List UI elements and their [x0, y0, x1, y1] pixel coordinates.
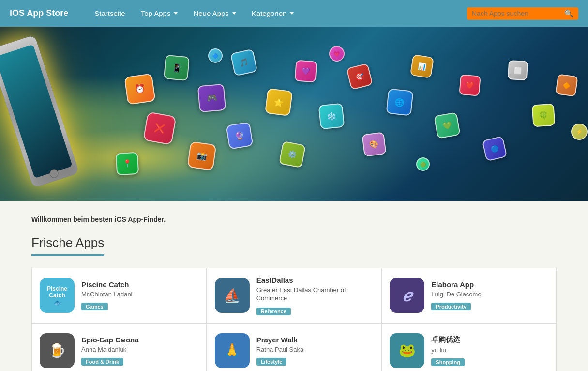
float-small-3: 🟢: [416, 157, 430, 171]
float-icon-21: 🍀: [531, 103, 555, 127]
app-info-shop: 卓购优选 yu liu Shopping: [431, 335, 548, 366]
caret-topapps: [174, 12, 178, 15]
app-card-piscine[interactable]: PiscineCatch🐟 Piscine Catch Mr.Chintan L…: [32, 268, 206, 323]
nav-links: Startseite Top Apps Neue Apps Kategorien: [88, 5, 467, 21]
app-author: Greater East Dallas Chamber of Commerce: [256, 286, 374, 303]
app-card-eastdallas[interactable]: ⛵ EastDallas Greater East Dallas Chamber…: [207, 268, 381, 323]
app-name: Elabora App: [431, 280, 548, 289]
hero-banner: ⏰ 📱 🎮 ❌ 🎵 ⭐ 📍 📸 🔮 💜 ❄️ ⚙️ 🎯 🌐 🎨 📊 💚 ❤️ 🔵…: [0, 27, 588, 201]
app-name: Piscine Catch: [81, 280, 198, 289]
app-author: Anna Maidaniuk: [81, 346, 198, 353]
app-tag: Food & Drink: [81, 358, 123, 366]
app-info-elabora: Elabora App Luigi De Giacomo Productivit…: [431, 280, 548, 310]
app-icon-bryu: 🍺: [40, 333, 75, 368]
float-icon-1: ⏰: [124, 73, 156, 105]
app-icon-eastdallas: ⛵: [215, 278, 250, 313]
search-button[interactable]: 🔍: [564, 10, 573, 17]
float-icon-3: 🎮: [197, 84, 226, 113]
search-input[interactable]: [472, 10, 561, 17]
float-icon-7: 📍: [116, 152, 139, 175]
app-tag: Lifestyle: [256, 358, 287, 366]
app-name: Брю-Бар Смола: [81, 336, 198, 344]
app-tag: Shopping: [431, 358, 465, 366]
float-icon-9: 🔮: [226, 122, 253, 149]
app-author: yu liu: [431, 346, 548, 354]
float-icon-12: ⚙️: [279, 141, 306, 168]
app-info-prayer: Prayer Walk Ratna Paul Saka Lifestyle: [256, 336, 374, 366]
float-small-2: 💗: [329, 46, 345, 62]
app-card-shop[interactable]: 🐸 卓购优选 yu liu Shopping: [382, 324, 556, 371]
app-card-elabora[interactable]: ℯ Elabora App Luigi De Giacomo Productiv…: [382, 268, 556, 323]
app-card-bryu[interactable]: 🍺 Брю-Бар Смола Anna Maidaniuk Food & Dr…: [32, 324, 206, 371]
app-author: Mr.Chintan Ladani: [81, 291, 198, 298]
navbar: iOS App Store Startseite Top Apps Neue A…: [0, 0, 588, 27]
nav-item-topapps[interactable]: Top Apps: [134, 5, 185, 21]
welcome-text: Willkommen beim besten iOS App-Finder.: [31, 216, 557, 223]
float-icon-8: 📸: [187, 141, 217, 171]
nav-item-kategorien[interactable]: Kategorien: [245, 5, 301, 21]
float-icon-2: 📱: [164, 55, 190, 81]
float-icon-6: ⭐: [265, 88, 293, 116]
app-author: Luigi De Giacomo: [431, 291, 548, 298]
app-icons-cloud: ⏰ 📱 🎮 ❌ 🎵 ⭐ 📍 📸 🔮 💜 ❄️ ⚙️ 🎯 🌐 🎨 📊 💚 ❤️ 🔵…: [48, 27, 588, 201]
app-card-prayer[interactable]: 🙏 Prayer Walk Ratna Paul Saka Lifestyle: [207, 324, 381, 371]
app-tag: Games: [81, 303, 108, 310]
app-icon-shop: 🐸: [390, 333, 424, 368]
nav-item-startseite[interactable]: Startseite: [88, 5, 132, 21]
float-icon-10: 💜: [295, 60, 317, 83]
app-icon-piscine: PiscineCatch🐟: [40, 278, 75, 313]
main-content: Willkommen beim besten iOS App-Finder. F…: [0, 201, 588, 371]
app-info-piscine: Piscine Catch Mr.Chintan Ladani Games: [81, 280, 198, 310]
section-title: Frische Apps: [31, 235, 104, 256]
float-icon-5: 🎵: [230, 49, 258, 77]
nav-item-neueapps[interactable]: Neue Apps: [186, 5, 242, 21]
float-icon-17: 💚: [434, 112, 461, 139]
app-author: Ratna Paul Saka: [256, 346, 374, 353]
app-icon-elabora: ℯ: [390, 278, 424, 313]
app-info-eastdallas: EastDallas Greater East Dallas Chamber o…: [256, 276, 374, 315]
float-small-4: ⚡: [571, 124, 588, 140]
app-tag: Productivity: [431, 303, 471, 310]
float-icon-4: ❌: [143, 111, 177, 145]
app-name: 卓购优选: [431, 335, 548, 344]
float-icon-22: 🔶: [555, 74, 578, 96]
float-small-1: 🔷: [208, 48, 223, 63]
app-name: Prayer Walk: [256, 336, 374, 344]
float-icon-16: 📊: [410, 54, 434, 78]
caret-neueapps: [232, 12, 236, 15]
float-icon-20: ⬜: [508, 60, 528, 80]
search-box: 🔍: [467, 7, 578, 20]
app-info-bryu: Брю-Бар Смола Anna Maidaniuk Food & Drin…: [81, 336, 198, 366]
caret-kategorien: [290, 12, 294, 15]
float-icon-14: 🌐: [386, 88, 413, 116]
apps-grid: PiscineCatch🐟 Piscine Catch Mr.Chintan L…: [31, 268, 557, 371]
float-icon-18: ❤️: [459, 74, 481, 96]
app-icon-prayer: 🙏: [215, 333, 250, 368]
app-tag: Reference: [256, 308, 291, 315]
float-icon-15: 🎨: [362, 132, 386, 156]
brand: iOS App Store: [10, 8, 68, 18]
app-name: EastDallas: [256, 276, 374, 284]
float-icon-19: 🔵: [482, 136, 508, 162]
float-icon-11: ❄️: [318, 103, 345, 130]
float-icon-13: 🎯: [346, 63, 373, 90]
